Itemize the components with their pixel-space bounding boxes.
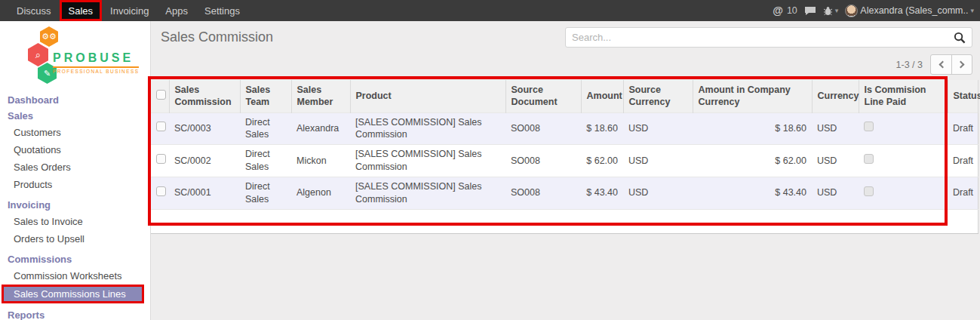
sidebar-heading-reports[interactable]: Reports: [0, 307, 150, 320]
cell-source-document[interactable]: SO008: [505, 177, 581, 210]
menu-sales[interactable]: Sales: [60, 0, 103, 21]
paid-checkbox[interactable]: [864, 186, 874, 196]
at-icon: @: [773, 5, 783, 17]
debug-menu-button[interactable]: ▾: [823, 6, 839, 16]
messages-button[interactable]: [804, 6, 816, 16]
col-sales-commission[interactable]: Sales Commission: [169, 80, 240, 112]
cell-source-currency[interactable]: USD: [623, 177, 693, 210]
menu-settings[interactable]: Settings: [196, 0, 248, 21]
row-select-cell[interactable]: [151, 177, 169, 210]
cell-member[interactable]: Alexandra: [291, 112, 350, 145]
sidebar-item-sales-to-invoice[interactable]: Sales to Invoice: [0, 213, 150, 230]
cell-source-currency[interactable]: USD: [623, 145, 693, 177]
user-avatar: [845, 5, 858, 17]
col-product[interactable]: Product: [350, 80, 505, 112]
cell-source-currency[interactable]: USD: [623, 112, 693, 145]
table-row[interactable]: SC/0003 Direct Sales Alexandra [SALES CO…: [151, 112, 978, 145]
pager-previous-button[interactable]: [931, 55, 951, 74]
cell-status[interactable]: Draft: [948, 112, 978, 145]
col-status[interactable]: Status: [948, 80, 978, 112]
sidebar-heading-invoicing[interactable]: Invoicing: [0, 197, 150, 213]
cell-currency[interactable]: USD: [812, 177, 859, 210]
row-checkbox[interactable]: [156, 186, 166, 196]
cell-amount-company[interactable]: $ 43.40: [693, 177, 812, 210]
chevron-right-icon: [957, 61, 965, 69]
sidebar-heading-dashboard[interactable]: Dashboard: [0, 92, 150, 108]
cell-team[interactable]: Direct Sales: [240, 145, 291, 177]
cell-amount[interactable]: $ 62.00: [581, 145, 623, 177]
mentions-button[interactable]: @ 10: [773, 5, 797, 17]
cell-amount-company[interactable]: $ 18.60: [693, 112, 812, 145]
cell-team[interactable]: Direct Sales: [240, 177, 291, 210]
row-select-cell[interactable]: [151, 145, 169, 177]
col-sales-team[interactable]: Sales Team: [240, 80, 291, 112]
cell-currency[interactable]: USD: [812, 145, 859, 177]
search-box: [565, 27, 972, 48]
brand-text: PROBUSE PROFESSIONAL BUSINESS: [53, 51, 139, 74]
cell-source-document[interactable]: SO008: [505, 145, 581, 177]
col-source-currency[interactable]: Source Currency: [623, 80, 693, 112]
page-title: Sales Commission: [161, 29, 273, 45]
sidebar-item-sales-orders[interactable]: Sales Orders: [0, 158, 150, 176]
cell-source-document[interactable]: SO008: [505, 112, 581, 145]
col-currency[interactable]: Currency: [812, 80, 859, 112]
col-amount[interactable]: Amount: [581, 80, 623, 112]
col-sales-member[interactable]: Sales Member: [291, 80, 350, 112]
cell-paid[interactable]: [859, 177, 948, 210]
cell-paid[interactable]: [859, 112, 948, 145]
sidebar-item-quotations[interactable]: Quotations: [0, 141, 150, 158]
row-select-cell[interactable]: [151, 112, 169, 145]
paid-checkbox[interactable]: [864, 154, 874, 164]
table-row[interactable]: SC/0002 Direct Sales Mickon [SALES COMMI…: [151, 145, 978, 177]
row-checkbox[interactable]: [156, 154, 166, 164]
cell-status[interactable]: Draft: [948, 177, 978, 210]
cell-product[interactable]: [SALES COMMISSION] Sales Commission: [350, 112, 505, 145]
menu-invoicing[interactable]: Invoicing: [102, 0, 157, 21]
cell-ref[interactable]: SC/0002: [169, 145, 240, 177]
brand-tagline: PROFESSIONAL BUSINESS: [53, 66, 139, 74]
empty-table-row: [151, 209, 978, 233]
cell-product[interactable]: [SALES COMMISSION] Sales Commission: [350, 177, 505, 210]
sidebar-heading-sales[interactable]: Sales: [0, 108, 150, 124]
brand-name: PROBUSE: [53, 51, 139, 65]
cell-team[interactable]: Direct Sales: [240, 112, 291, 145]
cell-paid[interactable]: [859, 145, 948, 177]
logo-gears-icon: ⚙⚙: [40, 26, 58, 47]
cell-ref[interactable]: SC/0001: [169, 177, 240, 210]
cell-currency[interactable]: USD: [812, 112, 859, 145]
cell-amount-company[interactable]: $ 62.00: [693, 145, 812, 177]
table-row[interactable]: SC/0001 Direct Sales Algenon [SALES COMM…: [151, 177, 978, 210]
cell-product[interactable]: [SALES COMMISSION] Sales Commission: [350, 145, 505, 177]
sidebar-item-sales-commissions-lines[interactable]: Sales Commissions Lines: [2, 285, 144, 303]
sidebar-item-commission-worksheets[interactable]: Commission Worksheets: [0, 267, 150, 285]
cell-amount[interactable]: $ 18.60: [581, 112, 623, 145]
menu-discuss[interactable]: Discuss: [8, 0, 60, 21]
cell-member[interactable]: Algenon: [291, 177, 350, 210]
sidebar-item-orders-to-upsell[interactable]: Orders to Upsell: [0, 230, 150, 248]
row-checkbox[interactable]: [156, 122, 166, 131]
col-source-document[interactable]: Source Document: [505, 80, 581, 112]
cell-status[interactable]: Draft: [948, 145, 978, 177]
pager-next-button[interactable]: [951, 55, 972, 74]
col-is-commission-line-paid[interactable]: Is Commision Line Paid: [859, 80, 948, 112]
paid-checkbox[interactable]: [864, 122, 874, 131]
cell-amount[interactable]: $ 43.40: [581, 177, 623, 210]
cell-member[interactable]: Mickon: [291, 145, 350, 177]
sidebar-item-customers[interactable]: Customers: [0, 124, 150, 141]
table-header-row: Sales Commission Sales Team Sales Member…: [151, 80, 978, 112]
empty-cell: [151, 209, 978, 233]
user-menu[interactable]: Alexandra (Sales_comm.. ▾: [845, 5, 974, 17]
search-input[interactable]: [572, 32, 954, 43]
sidebar-heading-commissions[interactable]: Commissions: [0, 251, 150, 267]
sidebar-nav: Dashboard Sales Customers Quotations Sal…: [0, 92, 150, 320]
select-all-header[interactable]: [151, 80, 169, 112]
cell-ref[interactable]: SC/0003: [169, 112, 240, 145]
chevron-left-icon: [939, 61, 946, 69]
search-icon[interactable]: [954, 32, 966, 44]
col-amount-company-currency[interactable]: Amount in Company Currency: [693, 80, 812, 112]
menu-apps[interactable]: Apps: [157, 0, 196, 21]
sidebar-item-products[interactable]: Products: [0, 176, 150, 193]
select-all-checkbox[interactable]: [156, 90, 166, 100]
commission-lines-list: Sales Commission Sales Team Sales Member…: [151, 80, 978, 234]
caret-down-icon: ▾: [970, 7, 974, 14]
